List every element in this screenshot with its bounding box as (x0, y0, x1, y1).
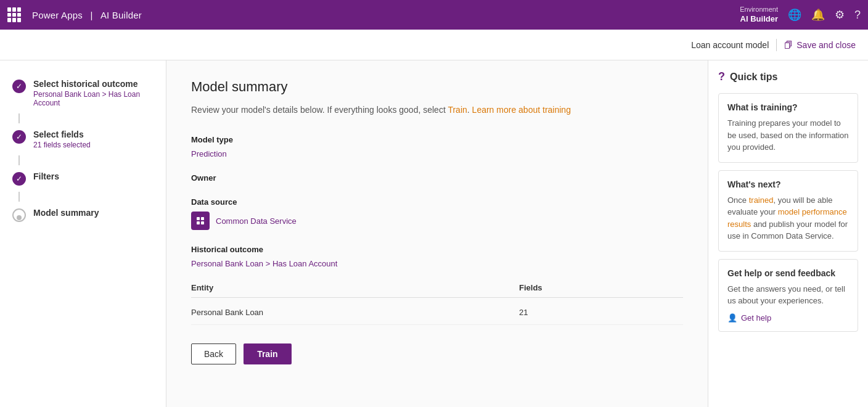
step-circle-3: ✓ (12, 172, 26, 186)
qt-card-next: What's next? Once trained, you will be a… (718, 170, 858, 252)
learn-more-link[interactable]: Learn more about training (472, 105, 571, 115)
qt-card-training: What is training? Training prepares your… (718, 93, 858, 163)
train-button[interactable]: Train (244, 343, 291, 364)
model-type-value: Prediction (191, 149, 683, 158)
model-name-label: Loan account model (691, 40, 769, 50)
entity-cell: Personal Bank Loan (191, 308, 519, 317)
sidebar-item-select-fields[interactable]: ✓ Select fields 21 fields selected (0, 123, 166, 155)
page-title: Model summary (191, 79, 683, 95)
fields-column-header: Fields (519, 283, 683, 292)
step-2-content: Select fields 21 fields selected (33, 130, 154, 149)
sidebar-item-model-summary[interactable]: Model summary (0, 202, 166, 228)
header-divider (776, 39, 777, 51)
step-circle-1: ✓ (12, 80, 26, 93)
qt-card-2-text: Once trained, you will be able evaluate … (727, 194, 849, 242)
fields-table: Entity Fields Personal Bank Loan 21 (191, 283, 683, 325)
description: Review your model's details below. If ev… (191, 104, 683, 117)
data-source-label: Data source (191, 197, 683, 207)
get-help-label: Get help (741, 313, 771, 323)
step-line-3 (18, 192, 20, 202)
step-line-1 (18, 113, 20, 123)
svg-rect-1 (201, 217, 204, 220)
data-source-name: Common Data Service (216, 216, 297, 226)
notifications-icon[interactable]: 🔔 (811, 8, 825, 22)
qt-card-help: Get help or send feedback Get the answer… (718, 259, 858, 332)
svg-rect-0 (197, 217, 200, 220)
qt-card-2-title: What's next? (727, 179, 849, 189)
historical-outcome-label: Historical outcome (191, 245, 683, 254)
owner-section: Owner (191, 173, 683, 183)
environment-switcher-icon[interactable]: 🌐 (788, 8, 801, 22)
train-link[interactable]: Train (448, 105, 467, 115)
table-row: Personal Bank Loan 21 (191, 300, 683, 325)
owner-label: Owner (191, 173, 683, 183)
qt-card-1-text: Training prepares your model to be used,… (727, 117, 849, 154)
sidebar: ✓ Select historical outcome Personal Ban… (0, 60, 166, 407)
save-close-button[interactable]: 🗍 Save and close (784, 40, 856, 50)
data-source-row: Common Data Service (191, 212, 683, 230)
main-layout: ✓ Select historical outcome Personal Ban… (0, 60, 868, 407)
header-bar: Loan account model 🗍 Save and close (0, 30, 868, 60)
quick-tips-panel: ? Quick tips What is training? Training … (708, 60, 868, 407)
get-help-link[interactable]: 👤 Get help (727, 313, 849, 323)
sidebar-item-filters[interactable]: ✓ Filters (0, 165, 166, 192)
historical-outcome-section: Historical outcome Personal Bank Loan > … (191, 245, 683, 268)
step-4-content: Model summary (33, 208, 154, 218)
historical-outcome-value: Personal Bank Loan > Has Loan Account (191, 259, 683, 268)
step-check-1: ✓ (16, 82, 22, 91)
step-dot-4 (17, 215, 22, 220)
step-line-2 (18, 155, 20, 165)
qt-card-3-text: Get the answers you need, or tell us abo… (727, 283, 849, 307)
step-4-title: Model summary (33, 208, 154, 218)
content-area: Model summary Review your model's detail… (166, 60, 708, 407)
brand-sep: | (90, 10, 92, 20)
product-label: AI Builder (100, 10, 142, 20)
get-help-icon: 👤 (727, 313, 737, 323)
step-1-title: Select historical outcome (33, 79, 154, 89)
step-1-content: Select historical outcome Personal Bank … (33, 79, 154, 107)
step-2-subtitle: 21 fields selected (33, 141, 154, 149)
model-type-label: Model type (191, 135, 683, 144)
table-header: Entity Fields (191, 283, 683, 298)
quick-tips-header: ? Quick tips (718, 70, 858, 83)
quick-tips-title: Quick tips (730, 72, 777, 83)
step-3-content: Filters (33, 171, 154, 181)
step-circle-2: ✓ (12, 130, 26, 144)
cds-icon (191, 212, 210, 230)
model-type-section: Model type Prediction (191, 135, 683, 158)
step-check-2: ✓ (16, 133, 22, 141)
entity-column-header: Entity (191, 283, 519, 292)
svg-rect-2 (197, 221, 200, 224)
save-close-icon: 🗍 (784, 40, 793, 50)
qt-card-1-title: What is training? (727, 102, 849, 112)
fields-cell: 21 (519, 308, 683, 317)
back-button[interactable]: Back (191, 343, 236, 364)
environment-info: Environment AI Builder (740, 5, 778, 24)
top-navigation: Power Apps | AI Builder Environment AI B… (0, 0, 868, 30)
step-1-subtitle: Personal Bank Loan > Has Loan Account (33, 90, 154, 107)
step-2-title: Select fields (33, 130, 154, 139)
step-3-title: Filters (33, 171, 154, 181)
powerapps-label: Power Apps (32, 10, 83, 20)
step-circle-4 (12, 208, 26, 222)
step-check-3: ✓ (16, 175, 22, 183)
data-source-section: Data source Common Data Service (191, 197, 683, 230)
qt-card-3-title: Get help or send feedback (727, 268, 849, 278)
desc-prefix: Review your model's details below. If ev… (191, 105, 446, 115)
sidebar-item-historical-outcome[interactable]: ✓ Select historical outcome Personal Ban… (0, 73, 166, 113)
save-close-label: Save and close (796, 40, 856, 50)
settings-icon[interactable]: ⚙ (835, 8, 845, 22)
question-icon: ? (718, 70, 725, 83)
brand-label: Power Apps | AI Builder (30, 10, 144, 20)
svg-rect-3 (201, 221, 204, 224)
help-icon[interactable]: ? (854, 9, 861, 22)
topnav-right: Environment AI Builder 🌐 🔔 ⚙ ? (740, 5, 861, 24)
apps-grid-icon[interactable] (7, 7, 22, 22)
action-buttons: Back Train (191, 343, 683, 364)
